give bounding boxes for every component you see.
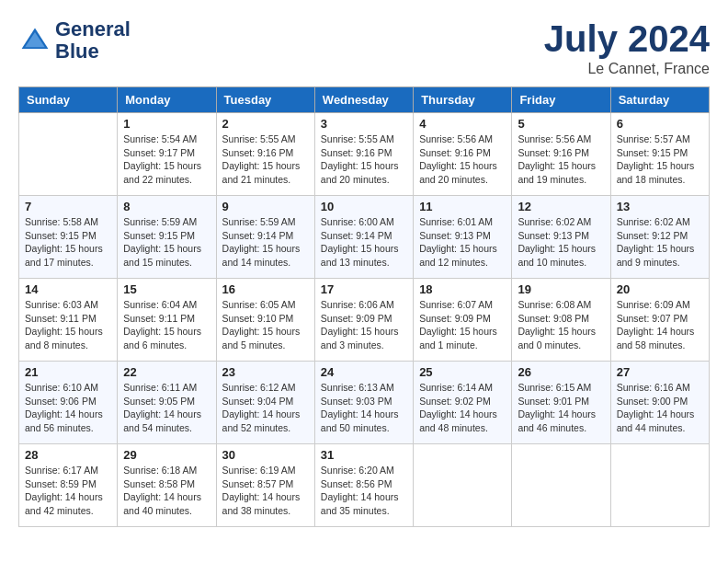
sunset: Sunset: 9:06 PM xyxy=(25,396,97,407)
logo: General Blue xyxy=(18,18,131,63)
day-cell xyxy=(414,444,512,527)
day-cell: 2 Sunrise: 5:55 AM Sunset: 9:16 PM Dayli… xyxy=(216,113,314,196)
sunrise: Sunrise: 6:06 AM xyxy=(321,299,394,310)
day-info: Sunrise: 6:13 AM Sunset: 9:03 PM Dayligh… xyxy=(321,381,407,435)
day-cell: 1 Sunrise: 5:54 AM Sunset: 9:17 PM Dayli… xyxy=(118,113,216,196)
day-cell: 30 Sunrise: 6:19 AM Sunset: 8:57 PM Dayl… xyxy=(216,444,314,527)
daylight: Daylight: 14 hours and 35 minutes. xyxy=(321,491,399,516)
day-info: Sunrise: 5:59 AM Sunset: 9:14 PM Dayligh… xyxy=(222,215,309,270)
daylight: Daylight: 15 hours and 15 minutes. xyxy=(123,243,201,268)
day-info: Sunrise: 6:10 AM Sunset: 9:06 PM Dayligh… xyxy=(25,381,111,435)
daylight: Daylight: 15 hours and 5 minutes. xyxy=(222,326,301,350)
sunrise: Sunrise: 6:04 AM xyxy=(123,299,197,310)
day-info: Sunrise: 6:17 AM Sunset: 8:59 PM Dayligh… xyxy=(25,464,111,518)
sunrise: Sunrise: 5:55 AM xyxy=(321,133,394,144)
day-info: Sunrise: 6:16 AM Sunset: 9:00 PM Dayligh… xyxy=(617,381,703,435)
sunrise: Sunrise: 5:57 AM xyxy=(617,133,690,144)
sunrise: Sunrise: 6:12 AM xyxy=(222,382,296,393)
daylight: Daylight: 15 hours and 20 minutes. xyxy=(419,160,497,185)
sunset: Sunset: 8:58 PM xyxy=(123,478,195,489)
day-cell: 15 Sunrise: 6:04 AM Sunset: 9:11 PM Dayl… xyxy=(118,279,216,362)
day-cell: 8 Sunrise: 5:59 AM Sunset: 9:15 PM Dayli… xyxy=(118,196,216,279)
day-cell: 11 Sunrise: 6:01 AM Sunset: 9:13 PM Dayl… xyxy=(414,196,512,279)
sunrise: Sunrise: 6:00 AM xyxy=(321,216,394,227)
sunset: Sunset: 9:16 PM xyxy=(321,147,392,158)
daylight: Daylight: 14 hours and 54 minutes. xyxy=(123,408,201,433)
daylight: Daylight: 15 hours and 19 minutes. xyxy=(518,160,596,185)
sunset: Sunset: 9:14 PM xyxy=(222,230,294,241)
sunrise: Sunrise: 6:05 AM xyxy=(222,299,296,310)
sunrise: Sunrise: 6:16 AM xyxy=(617,382,690,393)
day-number: 22 xyxy=(123,365,210,379)
sunrise: Sunrise: 6:08 AM xyxy=(518,299,591,310)
sunset: Sunset: 9:13 PM xyxy=(518,230,589,241)
day-cell: 19 Sunrise: 6:08 AM Sunset: 9:08 PM Dayl… xyxy=(512,279,610,362)
day-number: 3 xyxy=(321,117,407,131)
day-info: Sunrise: 6:02 AM Sunset: 9:12 PM Dayligh… xyxy=(617,215,703,270)
daylight: Daylight: 14 hours and 46 minutes. xyxy=(518,408,596,433)
daylight: Daylight: 14 hours and 58 minutes. xyxy=(617,326,695,350)
day-info: Sunrise: 6:05 AM Sunset: 9:10 PM Dayligh… xyxy=(222,298,309,352)
sunset: Sunset: 9:16 PM xyxy=(222,147,294,158)
sunrise: Sunrise: 6:20 AM xyxy=(321,465,394,476)
daylight: Daylight: 14 hours and 40 minutes. xyxy=(123,491,201,516)
sunset: Sunset: 9:13 PM xyxy=(419,230,491,241)
day-info: Sunrise: 5:55 AM Sunset: 9:16 PM Dayligh… xyxy=(222,132,309,187)
week-row-2: 7 Sunrise: 5:58 AM Sunset: 9:15 PM Dayli… xyxy=(19,196,710,279)
day-cell xyxy=(610,444,709,527)
day-cell: 24 Sunrise: 6:13 AM Sunset: 9:03 PM Dayl… xyxy=(314,362,413,444)
day-cell: 26 Sunrise: 6:15 AM Sunset: 9:01 PM Dayl… xyxy=(512,362,610,444)
day-cell: 17 Sunrise: 6:06 AM Sunset: 9:09 PM Dayl… xyxy=(314,279,413,362)
title-block: July 2024 Le Cannet, France xyxy=(544,18,710,77)
header-monday: Monday xyxy=(118,87,216,113)
day-cell: 4 Sunrise: 5:56 AM Sunset: 9:16 PM Dayli… xyxy=(414,113,512,196)
day-number: 18 xyxy=(419,282,506,296)
day-number: 8 xyxy=(123,200,210,213)
sunset: Sunset: 9:16 PM xyxy=(419,147,491,158)
sunrise: Sunrise: 5:56 AM xyxy=(518,133,591,144)
sunset: Sunset: 9:05 PM xyxy=(123,396,195,407)
day-number: 20 xyxy=(617,282,703,296)
day-number: 26 xyxy=(518,365,604,379)
sunrise: Sunrise: 6:03 AM xyxy=(25,299,98,310)
day-number: 13 xyxy=(617,200,703,213)
header-friday: Friday xyxy=(512,87,610,113)
daylight: Daylight: 14 hours and 50 minutes. xyxy=(321,408,399,433)
daylight: Daylight: 14 hours and 56 minutes. xyxy=(25,408,103,433)
day-info: Sunrise: 5:57 AM Sunset: 9:15 PM Dayligh… xyxy=(617,132,703,187)
day-cell: 16 Sunrise: 6:05 AM Sunset: 9:10 PM Dayl… xyxy=(216,279,314,362)
daylight: Daylight: 14 hours and 52 minutes. xyxy=(222,408,301,433)
day-info: Sunrise: 6:15 AM Sunset: 9:01 PM Dayligh… xyxy=(518,381,604,435)
sunset: Sunset: 9:09 PM xyxy=(419,313,491,324)
day-info: Sunrise: 6:03 AM Sunset: 9:11 PM Dayligh… xyxy=(25,298,111,352)
daylight: Daylight: 15 hours and 18 minutes. xyxy=(617,160,695,185)
daylight: Daylight: 14 hours and 38 minutes. xyxy=(222,491,301,516)
day-number: 5 xyxy=(518,117,604,131)
sunrise: Sunrise: 5:55 AM xyxy=(222,133,296,144)
sunset: Sunset: 9:12 PM xyxy=(617,230,688,241)
sunrise: Sunrise: 6:02 AM xyxy=(518,216,591,227)
sunrise: Sunrise: 6:15 AM xyxy=(518,382,591,393)
day-number: 7 xyxy=(25,200,111,213)
daylight: Daylight: 15 hours and 12 minutes. xyxy=(419,243,497,268)
sunrise: Sunrise: 6:10 AM xyxy=(25,382,98,393)
sunset: Sunset: 9:02 PM xyxy=(419,396,491,407)
sunset: Sunset: 9:04 PM xyxy=(222,396,294,407)
day-info: Sunrise: 5:54 AM Sunset: 9:17 PM Dayligh… xyxy=(123,132,210,187)
day-number: 29 xyxy=(123,448,210,462)
header-sunday: Sunday xyxy=(19,87,118,113)
sunset: Sunset: 9:00 PM xyxy=(617,396,688,407)
day-info: Sunrise: 6:02 AM Sunset: 9:13 PM Dayligh… xyxy=(518,215,604,270)
location: Le Cannet, France xyxy=(544,61,710,77)
day-info: Sunrise: 5:59 AM Sunset: 9:15 PM Dayligh… xyxy=(123,215,210,270)
week-row-1: 1 Sunrise: 5:54 AM Sunset: 9:17 PM Dayli… xyxy=(19,113,710,196)
sunset: Sunset: 9:10 PM xyxy=(222,313,294,324)
day-number: 21 xyxy=(25,365,111,379)
daylight: Daylight: 15 hours and 1 minute. xyxy=(419,326,497,350)
header-thursday: Thursday xyxy=(414,87,512,113)
sunrise: Sunrise: 5:59 AM xyxy=(123,216,197,227)
sunset: Sunset: 9:11 PM xyxy=(123,313,195,324)
sunset: Sunset: 9:07 PM xyxy=(617,313,688,324)
day-cell: 23 Sunrise: 6:12 AM Sunset: 9:04 PM Dayl… xyxy=(216,362,314,444)
day-number: 14 xyxy=(25,282,111,296)
